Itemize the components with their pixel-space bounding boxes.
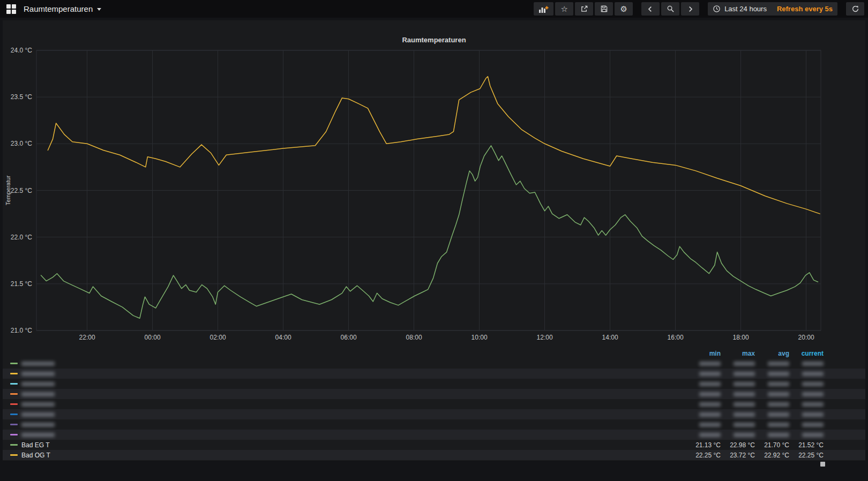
panel-raumtemperaturen: Raumtemperaturen 22:0000:0002:0004:0006:… xyxy=(3,20,865,461)
series-name[interactable]: Bad EG T xyxy=(21,441,49,449)
time-range-button[interactable]: Last 24 hours Refresh every 5s xyxy=(708,2,837,16)
add-panel-button[interactable] xyxy=(534,2,553,16)
x-tick-label: 06:00 xyxy=(341,334,357,341)
save-icon xyxy=(600,5,608,13)
dashboard-settings-button[interactable]: ⚙ xyxy=(615,2,633,16)
redacted-stat-value xyxy=(802,392,824,396)
stat-min xyxy=(686,370,721,378)
legend-row[interactable] xyxy=(3,379,865,389)
x-tick-label: 18:00 xyxy=(733,334,749,341)
series-color-swatch-icon[interactable] xyxy=(10,393,18,395)
stat-min xyxy=(686,390,721,398)
redacted-stat-value xyxy=(768,412,789,417)
redacted-stat-value xyxy=(699,423,721,427)
dashboard-title-dropdown[interactable]: Raumtemperaturen xyxy=(24,4,101,13)
series-color-swatch-icon[interactable] xyxy=(10,454,18,456)
y-tick-label: 23.5 °C xyxy=(11,93,32,101)
x-tick-label: 10:00 xyxy=(472,334,488,341)
redacted-stat-value xyxy=(734,392,755,396)
redacted-stat-value xyxy=(768,433,789,437)
redacted-stat-value xyxy=(734,433,755,437)
stat-current: 21.52 °C xyxy=(789,441,824,449)
refresh-button[interactable] xyxy=(846,2,864,16)
bar-chart-plus-icon xyxy=(538,5,549,13)
series-color-swatch-icon[interactable] xyxy=(10,383,18,385)
magnifier-icon xyxy=(667,5,675,13)
star-dashboard-button[interactable]: ☆ xyxy=(555,2,573,16)
legend-header-avg[interactable]: avg xyxy=(755,350,789,357)
redacted-stat-value xyxy=(699,392,721,396)
y-tick-label: 21.5 °C xyxy=(11,280,32,288)
legend-row[interactable] xyxy=(3,419,865,430)
x-tick-label: 20:00 xyxy=(798,334,814,341)
legend-header-min[interactable]: min xyxy=(686,350,721,357)
redacted-series-name xyxy=(21,362,55,366)
temperature-chart[interactable]: 22:0000:0002:0004:0006:0008:0010:0012:00… xyxy=(3,20,865,348)
panel-title[interactable]: Raumtemperaturen xyxy=(3,36,865,44)
redacted-stat-value xyxy=(802,382,824,386)
time-shift-forward-button[interactable] xyxy=(681,2,699,16)
share-icon xyxy=(580,5,588,13)
refresh-interval-label[interactable]: Refresh every 5s xyxy=(777,5,833,13)
stat-max xyxy=(721,390,755,398)
redacted-stat-value xyxy=(802,372,824,376)
time-range-label: Last 24 hours xyxy=(724,5,767,13)
redacted-stat-value xyxy=(802,412,824,417)
stat-max: 22.98 °C xyxy=(721,441,755,449)
scrollbar-corner[interactable] xyxy=(820,462,825,467)
series-color-swatch-icon[interactable] xyxy=(10,414,18,415)
series-color-swatch-icon[interactable] xyxy=(10,403,18,405)
redacted-series-name xyxy=(21,402,55,407)
series-name[interactable]: Bad OG T xyxy=(21,452,50,459)
x-tick-label: 00:00 xyxy=(145,334,161,341)
chart-svg[interactable]: 22:0000:0002:0004:0006:0008:0010:0012:00… xyxy=(3,20,865,348)
stat-current xyxy=(789,421,824,429)
time-shift-back-button[interactable] xyxy=(641,2,660,16)
save-dashboard-button[interactable] xyxy=(595,2,613,16)
legend-header-current[interactable]: current xyxy=(789,350,824,357)
stat-min xyxy=(686,411,721,418)
share-dashboard-button[interactable] xyxy=(575,2,593,16)
stat-max: 23.72 °C xyxy=(721,452,755,459)
series-color-swatch-icon[interactable] xyxy=(10,363,18,364)
redacted-stat-value xyxy=(699,372,721,376)
legend-row[interactable] xyxy=(3,358,865,369)
legend-row[interactable] xyxy=(3,399,865,409)
y-tick-label: 24.0 °C xyxy=(11,47,32,54)
legend-row[interactable] xyxy=(3,430,865,440)
series-bad-eg-t xyxy=(41,146,818,319)
redacted-series-name xyxy=(21,392,55,396)
stat-current xyxy=(789,431,824,439)
stat-avg xyxy=(755,360,789,367)
stat-avg xyxy=(755,421,789,429)
dashboard-picker-button[interactable] xyxy=(5,3,17,15)
clock-icon xyxy=(713,5,721,13)
legend-row[interactable]: Bad OG T22.25 °C23.72 °C22.92 °C22.25 °C xyxy=(3,450,865,460)
legend-row[interactable] xyxy=(3,409,865,419)
x-tick-label: 04:00 xyxy=(275,334,291,341)
x-tick-label: 08:00 xyxy=(406,334,422,341)
x-tick-label: 02:00 xyxy=(210,334,226,341)
stat-avg: 22.92 °C xyxy=(755,452,789,459)
redacted-stat-value xyxy=(734,423,755,427)
redacted-stat-value xyxy=(699,382,721,386)
stat-min xyxy=(686,401,721,408)
stat-min xyxy=(686,421,721,429)
y-tick-label: 22.5 °C xyxy=(11,187,32,194)
chevron-right-icon xyxy=(686,5,694,13)
redacted-stat-value xyxy=(768,392,789,396)
legend-row[interactable] xyxy=(3,389,865,399)
legend-header-max[interactable]: max xyxy=(721,350,755,357)
redacted-stat-value xyxy=(699,412,721,417)
series-color-swatch-icon[interactable] xyxy=(10,424,18,425)
legend-row[interactable]: Bad EG T21.13 °C22.98 °C21.70 °C21.52 °C xyxy=(3,440,865,450)
zoom-out-button[interactable] xyxy=(661,2,679,16)
gear-icon: ⚙ xyxy=(620,5,627,13)
series-color-swatch-icon[interactable] xyxy=(10,373,18,374)
redacted-stat-value xyxy=(699,402,721,407)
stat-max xyxy=(721,370,755,378)
series-color-swatch-icon[interactable] xyxy=(10,444,18,446)
stat-avg xyxy=(755,431,789,439)
series-color-swatch-icon[interactable] xyxy=(10,434,18,435)
legend-row[interactable] xyxy=(3,369,865,379)
